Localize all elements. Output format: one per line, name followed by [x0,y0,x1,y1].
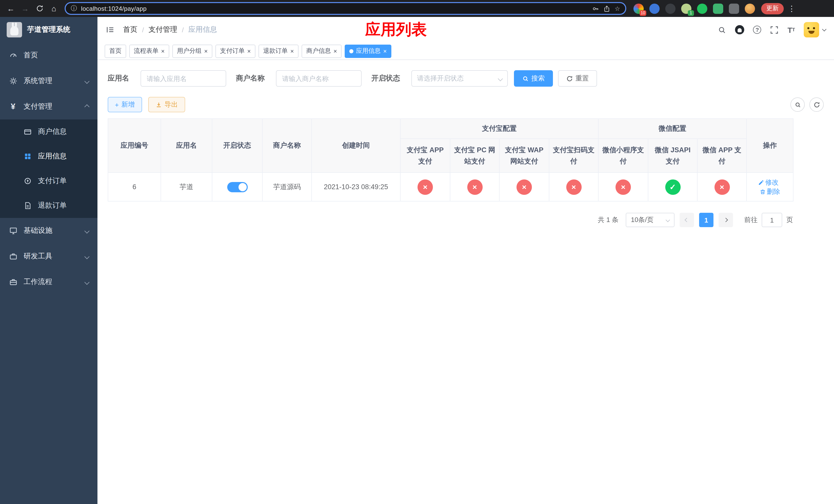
extension-badge: 1 [688,10,694,16]
share-icon[interactable] [603,5,610,12]
status-select[interactable]: 请选择开启状态 [411,70,508,87]
status-cross-icon: × [418,179,433,194]
sidebar-subitem-pay-order[interactable]: 支付订单 [0,169,97,193]
browser-refresh-icon[interactable] [33,2,46,15]
sidebar-logo[interactable]: 芋道管理系统 [0,17,97,43]
breadcrumb-home[interactable]: 首页 [123,25,137,35]
tab-process-form[interactable]: 流程表单 × [129,44,169,58]
site-info-icon[interactable]: ⓘ [71,4,77,13]
edit-button[interactable]: 修改 [758,178,778,187]
breadcrumb-current: 应用信息 [189,25,217,35]
sidebar-subitem-refund-order[interactable]: 退款订单 [0,193,97,218]
delete-button[interactable]: 删除 [760,187,780,196]
extension-icon-green-circle[interactable] [697,3,707,14]
page-size-select[interactable]: 10条/页 [626,213,675,227]
sidebar-item-label: 首页 [24,51,38,60]
page-content: 应用名 商户名称 开启状态 请选择开启状态 搜索 重置 [97,60,834,504]
cell-actions: 修改 删除 [747,173,793,201]
browser-back-icon[interactable]: ← [4,2,18,15]
refresh-icon [566,75,573,82]
profile-avatar-icon[interactable] [745,3,755,14]
toolbox-icon [9,252,18,261]
browser-forward-icon[interactable]: → [19,2,32,15]
sidebar-item-infrastructure[interactable]: 基础设施 [0,218,97,244]
extension-icon-blue[interactable] [649,3,660,14]
user-avatar[interactable] [804,22,819,38]
export-button[interactable]: 导出 [148,97,185,112]
app-name-input[interactable] [140,70,226,87]
pagination: 共 1 条 10条/页 1 前往 页 [108,213,793,227]
chevron-down-icon [84,254,89,259]
status-cross-icon: × [566,179,581,194]
sidebar-item-payment[interactable]: ¥ 支付管理 [0,94,97,119]
sidebar-item-home[interactable]: 首页 [0,43,97,68]
sidebar-item-label: 系统管理 [24,76,52,86]
close-icon[interactable]: × [290,48,294,54]
refresh-icon [813,101,820,108]
address-bar[interactable]: ⓘ localhost:1024/pay/app ☆ [65,2,626,15]
browser-home-icon[interactable]: ⌂ [47,2,61,15]
chevron-down-icon [822,27,827,31]
close-icon[interactable]: × [204,48,208,54]
refresh-table-button[interactable] [809,97,824,112]
merchant-name-input[interactable] [276,70,361,87]
credit-card-icon [23,128,32,136]
help-icon[interactable]: ? [753,26,762,34]
sidebar-subitem-app-info[interactable]: 应用信息 [0,144,97,169]
sidebar-item-devtools[interactable]: 研发工具 [0,244,97,269]
sidebar-subitem-merchant-info[interactable]: 商户信息 [0,119,97,144]
extension-icon-green-square[interactable] [713,3,723,14]
plus-icon: + [115,101,119,109]
app-title: 芋道管理系统 [27,25,70,35]
font-size-icon[interactable]: TT [788,26,795,33]
status-toggle[interactable] [227,182,247,192]
close-icon[interactable]: × [383,48,387,54]
close-icon[interactable]: × [161,48,164,54]
th-alipay-qr: 支付宝扫码支付 [549,139,598,173]
tab-app-info[interactable]: 应用信息 × [345,44,391,58]
extensions-puzzle-icon[interactable] [729,3,739,14]
sidebar-item-workflow[interactable]: 工作流程 [0,269,97,295]
cell-wx-mini: × [598,173,648,201]
th-wx-jsapi: 微信 JSAPI 支付 [648,139,697,173]
sidebar-item-label: 商户信息 [38,127,67,136]
reset-button[interactable]: 重置 [558,70,597,87]
browser-toolbar: ← → ⌂ ⓘ localhost:1024/pay/app ☆ 10 1 [0,0,834,17]
bookmark-star-icon[interactable]: ☆ [614,5,620,12]
tab-user-group[interactable]: 用户分组 × [172,44,212,58]
merchant-name-label: 商户名称 [236,74,265,83]
user-menu[interactable] [804,22,826,38]
password-key-icon[interactable] [592,5,599,12]
sidebar-item-system[interactable]: 系统管理 [0,68,97,94]
toggle-search-button[interactable] [790,97,805,112]
tab-home[interactable]: 首页 [105,44,126,58]
chrome-update-button[interactable]: 更新 [761,3,784,14]
goto-page-input[interactable] [762,213,782,227]
yen-icon: ¥ [9,102,18,111]
search-button[interactable]: 搜索 [514,70,553,87]
breadcrumb-payment[interactable]: 支付管理 [149,25,177,35]
search-icon[interactable] [718,25,727,34]
status-select-placeholder: 请选择开启状态 [417,74,464,83]
tab-merchant-info[interactable]: 商户信息 × [302,44,342,58]
close-icon[interactable]: × [333,48,337,54]
extension-icon-colorful[interactable]: 10 [633,3,644,14]
hamburger-icon[interactable] [106,25,115,35]
extension-icon-dark[interactable] [665,3,676,14]
extension-icon-avatar[interactable]: 1 [681,3,692,14]
url-text[interactable]: localhost:1024/pay/app [81,5,588,12]
tab-refund-order[interactable]: 退款订单 × [259,44,299,58]
close-icon[interactable]: × [247,48,251,54]
fullscreen-icon[interactable] [770,25,779,34]
current-page-button[interactable]: 1 [699,213,714,227]
prev-page-button[interactable] [680,213,694,227]
monitor-icon [9,226,18,235]
th-alipay-pc: 支付宝 PC 网站支付 [450,139,499,173]
browser-menu-icon[interactable]: ⋮ [785,4,798,13]
github-icon[interactable] [735,25,745,35]
next-page-button[interactable] [719,213,733,227]
app-table: 应用编号 应用名 开启状态 商户名称 创建时间 支付宝配置 微信配置 操作 支付… [108,118,793,202]
add-button[interactable]: + 新增 [108,97,142,112]
tab-pay-order[interactable]: 支付订单 × [215,44,256,58]
breadcrumb: 首页 / 支付管理 / 应用信息 [123,25,217,35]
